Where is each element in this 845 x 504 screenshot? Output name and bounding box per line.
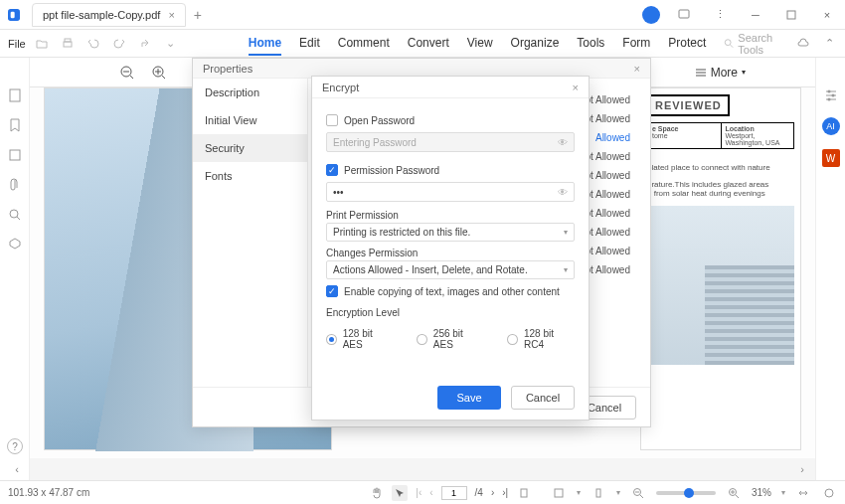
first-page-icon[interactable]: |‹ bbox=[416, 487, 422, 498]
nav-description[interactable]: Description bbox=[193, 79, 307, 106]
cursor-coordinates: 101.93 x 47.87 cm bbox=[8, 487, 89, 498]
svg-point-25 bbox=[827, 90, 830, 93]
close-tab-icon[interactable]: × bbox=[168, 9, 174, 21]
help-icon[interactable]: ? bbox=[7, 438, 23, 454]
nav-initial-view[interactable]: Initial View bbox=[193, 106, 307, 134]
nav-security[interactable]: Security bbox=[193, 134, 307, 162]
open-password-checkbox[interactable] bbox=[326, 114, 338, 126]
tab-form[interactable]: Form bbox=[622, 32, 650, 56]
undo-icon[interactable] bbox=[85, 36, 101, 52]
feedback-icon[interactable] bbox=[672, 3, 696, 27]
permission-password-label: Permission Password bbox=[344, 165, 439, 176]
last-page-icon[interactable]: ›| bbox=[502, 487, 508, 498]
document-tab[interactable]: ppt file-sample-Copy.pdf × bbox=[32, 3, 186, 27]
share-icon[interactable] bbox=[137, 36, 153, 52]
fields-icon[interactable] bbox=[7, 237, 23, 252]
enable-copy-checkbox[interactable]: ✓ bbox=[326, 285, 338, 297]
hand-tool-icon[interactable] bbox=[368, 485, 384, 501]
window-maximize-button[interactable] bbox=[779, 3, 803, 27]
fullscreen-icon[interactable] bbox=[821, 485, 837, 501]
nav-fonts[interactable]: Fonts bbox=[193, 162, 307, 190]
cloud-icon[interactable] bbox=[795, 36, 811, 52]
eye-icon: 👁 bbox=[558, 137, 568, 148]
user-avatar[interactable] bbox=[642, 6, 660, 24]
fit-width-icon[interactable] bbox=[795, 485, 811, 501]
new-tab-button[interactable]: + bbox=[194, 7, 202, 23]
chevron-down-icon[interactable]: ▾ bbox=[781, 488, 785, 497]
scroll-right-icon[interactable]: › bbox=[793, 462, 811, 476]
tab-comment[interactable]: Comment bbox=[338, 32, 390, 56]
window-minimize-button[interactable]: ─ bbox=[744, 3, 767, 27]
redo-icon[interactable] bbox=[111, 36, 127, 52]
tab-convert[interactable]: Convert bbox=[408, 32, 449, 56]
properties-close-icon[interactable]: × bbox=[634, 63, 640, 75]
tab-tools[interactable]: Tools bbox=[577, 32, 604, 56]
search-tools[interactable]: Search Tools bbox=[724, 32, 795, 56]
svg-line-7 bbox=[731, 45, 734, 48]
kebab-menu-icon[interactable]: ⋮ bbox=[708, 3, 732, 27]
encrypt-close-icon[interactable]: × bbox=[573, 82, 579, 93]
permission-password-value: ••• bbox=[333, 187, 344, 198]
prev-page-icon[interactable]: ‹ bbox=[429, 487, 432, 498]
changes-permission-select[interactable]: Actions Allowed - Insert, Delete, and Ro… bbox=[326, 260, 575, 279]
chevron-down-icon[interactable]: ▾ bbox=[577, 488, 581, 497]
settings-slider-icon[interactable] bbox=[823, 87, 839, 103]
open-password-label: Open Password bbox=[344, 115, 415, 126]
svg-rect-19 bbox=[10, 150, 20, 160]
wondershare-icon[interactable]: W bbox=[822, 149, 840, 167]
reviewed-stamp: REVIEWED bbox=[647, 94, 730, 116]
svg-rect-29 bbox=[555, 489, 563, 497]
zoom-slider[interactable] bbox=[656, 491, 716, 495]
page-total: /4 bbox=[475, 487, 483, 498]
encrypt-dialog: Encrypt × Open Password Entering Passwor… bbox=[311, 76, 590, 420]
open-icon[interactable] bbox=[34, 36, 50, 52]
zoom-in-status-icon[interactable] bbox=[726, 485, 742, 501]
radio-128-aes[interactable] bbox=[326, 334, 337, 345]
single-page-icon[interactable] bbox=[591, 485, 606, 501]
zoom-out-status-icon[interactable] bbox=[630, 485, 646, 501]
document-tab-label: ppt file-sample-Copy.pdf bbox=[43, 9, 160, 21]
page-input[interactable] bbox=[441, 486, 467, 500]
svg-line-14 bbox=[162, 76, 165, 79]
reflow-icon[interactable] bbox=[516, 485, 532, 501]
save-button[interactable]: Save bbox=[437, 386, 501, 410]
more-label: More bbox=[711, 66, 738, 80]
permission-password-checkbox[interactable]: ✓ bbox=[326, 164, 338, 176]
tab-organize[interactable]: Organize bbox=[511, 32, 560, 56]
chevron-down-icon[interactable]: ▾ bbox=[616, 488, 620, 497]
svg-rect-3 bbox=[787, 11, 795, 19]
attachments-icon[interactable] bbox=[7, 177, 23, 193]
scroll-left-icon[interactable]: ‹ bbox=[8, 462, 26, 476]
bookmarks-icon[interactable] bbox=[7, 117, 23, 133]
tab-view[interactable]: View bbox=[467, 32, 493, 56]
layers-icon[interactable] bbox=[7, 147, 23, 163]
print-permission-select[interactable]: Printing is restricted on this file. ▾ bbox=[326, 223, 575, 242]
svg-rect-1 bbox=[11, 11, 15, 18]
print-icon[interactable] bbox=[60, 36, 76, 52]
zoom-in-icon[interactable] bbox=[151, 65, 167, 81]
file-menu[interactable]: File bbox=[8, 38, 26, 50]
tab-home[interactable]: Home bbox=[249, 32, 281, 56]
tab-protect[interactable]: Protect bbox=[668, 32, 706, 56]
chevron-down-icon[interactable]: ⌄ bbox=[163, 36, 179, 52]
fit-page-icon[interactable] bbox=[551, 485, 567, 501]
thumbnails-icon[interactable] bbox=[7, 87, 23, 103]
svg-point-20 bbox=[10, 210, 18, 218]
ai-assistant-icon[interactable]: AI bbox=[822, 117, 840, 135]
encrypt-cancel-button[interactable]: Cancel bbox=[511, 386, 575, 410]
radio-256-aes[interactable] bbox=[417, 334, 427, 345]
collapse-ribbon-icon[interactable]: ⌃ bbox=[821, 36, 837, 52]
eye-icon[interactable]: 👁 bbox=[558, 187, 568, 198]
chevron-down-icon: ▾ bbox=[564, 265, 568, 274]
radio-128-rc4[interactable] bbox=[507, 334, 518, 345]
zoom-out-icon[interactable] bbox=[119, 65, 135, 81]
next-page-icon[interactable]: › bbox=[491, 487, 494, 498]
permission-password-field[interactable]: ••• 👁 bbox=[326, 182, 575, 202]
window-titlebar: ppt file-sample-Copy.pdf × + ⋮ ─ × bbox=[0, 0, 845, 30]
tab-edit[interactable]: Edit bbox=[299, 32, 320, 56]
window-close-button[interactable]: × bbox=[815, 3, 839, 27]
svg-rect-18 bbox=[10, 89, 20, 101]
search-icon[interactable] bbox=[7, 207, 23, 223]
select-tool-icon[interactable] bbox=[392, 485, 408, 501]
more-dropdown[interactable]: More ▾ bbox=[695, 66, 746, 80]
